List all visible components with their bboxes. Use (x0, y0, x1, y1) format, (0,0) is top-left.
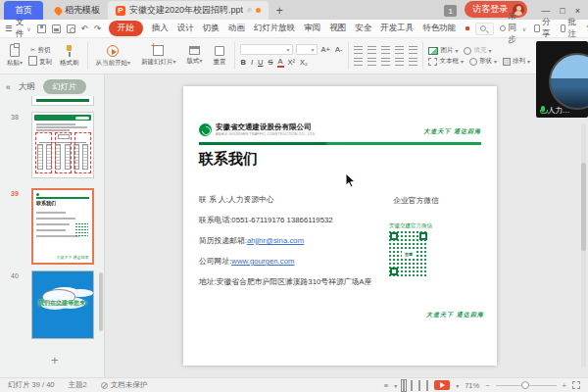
font-color-button[interactable]: A (277, 57, 284, 68)
shrink-font-button[interactable]: A- (334, 45, 344, 54)
email-link[interactable]: ahjjhr@sina.com (247, 236, 304, 245)
slide-38-thumbnail[interactable] (31, 112, 94, 178)
comment-label: 批注 (567, 17, 578, 40)
bold-button[interactable]: B (240, 58, 247, 67)
tab-view[interactable]: 视图 (329, 23, 346, 34)
arrange-button[interactable]: 排列 ▾ (503, 57, 530, 66)
docer-template-tab[interactable]: 稻壳模板 (47, 1, 108, 20)
reading-view-button[interactable] (418, 381, 420, 390)
comment-button[interactable]: 批注 (561, 17, 579, 40)
tab-transitions[interactable]: 切换 (203, 23, 220, 34)
underline-button[interactable]: U (257, 58, 264, 67)
fill-button[interactable]: 填充 ▾ (464, 46, 491, 55)
protection-status[interactable]: 文档未保护 (101, 380, 148, 390)
undo-icon[interactable]: ↶ (81, 24, 88, 33)
add-slide-button[interactable]: + (51, 353, 59, 368)
cut-button[interactable]: ✂ 剪切 (30, 46, 52, 55)
new-slide-button[interactable]: 新建幻灯片▾ (138, 43, 179, 69)
play-from-current-button[interactable]: 从当前开始▾ (93, 43, 134, 70)
guest-login-button[interactable]: 访客登录 (465, 1, 527, 18)
print-icon[interactable] (52, 24, 61, 33)
slide-sorter-view-button[interactable] (411, 381, 413, 390)
tab-start[interactable]: 开始 (109, 21, 143, 36)
zoom-in-button[interactable]: + (563, 381, 566, 390)
website-link[interactable]: www.gourgen.com (231, 257, 294, 266)
outline-tab[interactable]: 大纲 (19, 81, 35, 93)
sync-status[interactable]: 未同步 ∨ (500, 11, 526, 46)
align-center-icon[interactable] (368, 58, 376, 66)
canvas-scrollbar[interactable] (581, 123, 586, 368)
slide-40-thumbnail[interactable]: 我们在交建等您来! (31, 270, 94, 339)
tab-features[interactable]: 特色功能 (422, 23, 456, 34)
canvas-scrollbar-thumb[interactable] (581, 163, 586, 251)
print-preview-icon[interactable] (67, 24, 75, 33)
italic-button[interactable]: I (250, 58, 254, 67)
format-painter-button[interactable]: 格式刷 (57, 43, 82, 70)
document-tab[interactable]: P 安徽交建2020年校园招聘.ppt ⌾ (108, 1, 269, 20)
tab-animation[interactable]: 动画 (228, 23, 245, 34)
new-tab-button[interactable]: + (269, 4, 291, 20)
slide-thumbnail-partial[interactable] (31, 96, 94, 106)
paste-button[interactable]: 粘贴▾ (4, 42, 25, 70)
tab-slideshow[interactable]: 幻灯片放映 (254, 23, 296, 34)
align-right-icon[interactable] (381, 58, 390, 66)
layout-button[interactable]: 版式▾ (184, 44, 206, 68)
collapse-panel-icon[interactable]: « (6, 82, 11, 92)
bullet-list-icon[interactable] (354, 46, 363, 54)
save-icon[interactable] (37, 24, 46, 33)
zoom-slider-knob[interactable] (521, 381, 529, 389)
text-direction-icon[interactable] (409, 46, 417, 54)
slide-39-editor[interactable]: 安徽省交通建设股份有限公司 ANHUI GOURGEN TRAFFIC CONS… (183, 86, 497, 366)
zoom-slider[interactable] (496, 385, 557, 386)
video-call-overlay[interactable]: 人力… (536, 41, 588, 118)
decrease-indent-icon[interactable] (381, 46, 390, 54)
redo-icon[interactable]: ↷ (94, 24, 101, 33)
slides-tab[interactable]: 幻灯片 (43, 79, 86, 94)
tab-review[interactable]: 审阅 (304, 23, 320, 34)
tab-insert[interactable]: 插入 (152, 23, 169, 34)
shapes-button[interactable]: 形状 ▾ (469, 57, 497, 66)
contact-email-line[interactable]: 简历投递邮箱:ahjjhr@sina.com (199, 235, 304, 246)
picture-icon (428, 47, 438, 55)
subscript-button[interactable]: X₂ (299, 58, 309, 67)
zoom-out-button[interactable]: − (485, 381, 489, 390)
font-name-combobox[interactable]: ▾ (240, 44, 293, 55)
align-left-icon[interactable] (354, 58, 363, 66)
sidebar-scrollbar-thumb[interactable] (99, 272, 103, 331)
sidebar-scrollbar[interactable] (99, 96, 103, 377)
zoom-level[interactable]: 71% (465, 381, 479, 390)
start-slideshow-button[interactable] (434, 380, 450, 390)
slide-title[interactable]: 联系我们 (199, 150, 258, 169)
superscript-button[interactable]: X² (287, 58, 297, 67)
textbox-button[interactable]: 文本框 ▾ (428, 57, 464, 66)
contact-person-line[interactable]: 联 系 人:人力资源中心 (199, 194, 274, 205)
normal-view-button[interactable] (403, 381, 405, 390)
notes-icon[interactable]: ≡ (384, 381, 388, 390)
numbered-list-icon[interactable] (368, 46, 376, 54)
theme-label[interactable]: 主题2 (69, 380, 87, 390)
share-button[interactable]: 分享 (534, 17, 553, 40)
contact-phone-line[interactable]: 联系电话:0551-67119176 13866119532 (199, 215, 333, 225)
presenter-view-button[interactable] (426, 381, 428, 390)
strikethrough-button[interactable]: S (268, 58, 274, 67)
line-spacing-icon[interactable] (409, 58, 417, 66)
slide-39-thumbnail-selected[interactable]: 联系我们 大道天下 通达四海 (31, 188, 94, 265)
picture-button[interactable]: 图片 ▾ (428, 46, 458, 55)
grow-font-button[interactable]: A+ (320, 45, 331, 54)
copy-button[interactable]: 复制 (30, 58, 52, 67)
font-size-combobox[interactable]: ▾ (296, 44, 318, 55)
tab-design[interactable]: 设计 (177, 23, 194, 34)
tab-devtools[interactable]: 开发工具 (380, 23, 414, 34)
slide-canvas[interactable]: 安徽省交通建设股份有限公司 ANHUI GOURGEN TRAFFIC CONS… (105, 74, 588, 377)
contact-website-line[interactable]: 公司网址:www.gourgen.com (199, 256, 295, 267)
notification-badge[interactable]: 1 (444, 5, 457, 17)
justify-icon[interactable] (395, 58, 404, 66)
file-menu[interactable]: ☰ 文件 ∨ (5, 17, 31, 40)
slideshow-caret-icon[interactable]: ▾ (456, 382, 459, 389)
increase-indent-icon[interactable] (395, 46, 404, 54)
reset-button[interactable]: 重置 (211, 44, 229, 69)
command-search[interactable] (475, 23, 494, 35)
fit-slide-button[interactable] (572, 381, 580, 389)
tab-security[interactable]: 安全 (355, 23, 371, 34)
contact-address-line[interactable]: 地址:安徽省合肥市庐阳区濉溪路310号祥源广场A座 (199, 276, 371, 287)
